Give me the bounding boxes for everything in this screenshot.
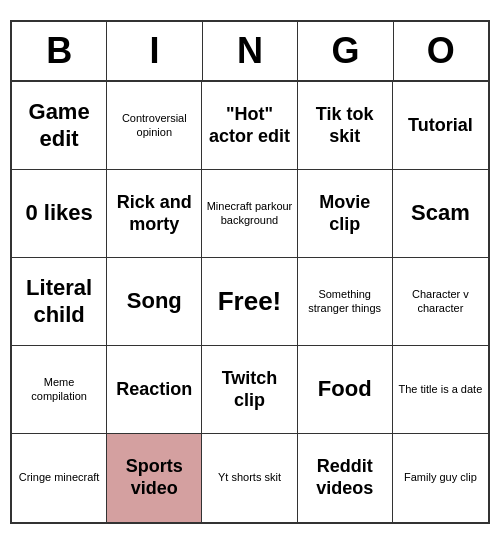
bingo-cell-22: Yt shorts skit: [202, 434, 297, 522]
cell-text-16: Reaction: [116, 379, 192, 401]
bingo-cell-20: Cringe minecraft: [12, 434, 107, 522]
bingo-cell-11: Song: [107, 258, 202, 346]
cell-text-21: Sports video: [111, 456, 197, 499]
header-letter-b: B: [12, 22, 107, 80]
cell-text-1: Controversial opinion: [111, 112, 197, 138]
cell-text-14: Character v character: [397, 288, 484, 314]
bingo-cell-23: Reddit videos: [298, 434, 393, 522]
header-letter-n: N: [203, 22, 298, 80]
cell-text-11: Song: [127, 288, 182, 314]
bingo-cell-7: Minecraft parkour background: [202, 170, 297, 258]
header-letter-i: I: [107, 22, 202, 80]
cell-text-22: Yt shorts skit: [218, 471, 281, 484]
cell-text-0: Game edit: [16, 99, 102, 152]
bingo-cell-9: Scam: [393, 170, 488, 258]
bingo-cell-3: Tik tok skit: [298, 82, 393, 170]
bingo-cell-12: Free!: [202, 258, 297, 346]
bingo-card: BINGO Game editControversial opinion"Hot…: [10, 20, 490, 524]
cell-text-19: The title is a date: [399, 383, 483, 396]
bingo-cell-17: Twitch clip: [202, 346, 297, 434]
cell-text-10: Literal child: [16, 275, 102, 328]
bingo-cell-24: Family guy clip: [393, 434, 488, 522]
cell-text-20: Cringe minecraft: [19, 471, 100, 484]
cell-text-4: Tutorial: [408, 115, 473, 137]
bingo-cell-8: Movie clip: [298, 170, 393, 258]
cell-text-23: Reddit videos: [302, 456, 388, 499]
cell-text-7: Minecraft parkour background: [206, 200, 292, 226]
bingo-cell-13: Something stranger things: [298, 258, 393, 346]
bingo-cell-5: 0 likes: [12, 170, 107, 258]
bingo-header: BINGO: [12, 22, 488, 82]
bingo-cell-19: The title is a date: [393, 346, 488, 434]
bingo-cell-10: Literal child: [12, 258, 107, 346]
header-letter-g: G: [298, 22, 393, 80]
bingo-grid: Game editControversial opinion"Hot" acto…: [12, 82, 488, 522]
cell-text-3: Tik tok skit: [302, 104, 388, 147]
cell-text-17: Twitch clip: [206, 368, 292, 411]
bingo-cell-1: Controversial opinion: [107, 82, 202, 170]
cell-text-8: Movie clip: [302, 192, 388, 235]
cell-text-5: 0 likes: [25, 200, 92, 226]
cell-text-13: Something stranger things: [302, 288, 388, 314]
bingo-cell-14: Character v character: [393, 258, 488, 346]
cell-text-12: Free!: [218, 286, 282, 317]
bingo-cell-0: Game edit: [12, 82, 107, 170]
cell-text-6: Rick and morty: [111, 192, 197, 235]
bingo-cell-4: Tutorial: [393, 82, 488, 170]
cell-text-9: Scam: [411, 200, 470, 226]
header-letter-o: O: [394, 22, 488, 80]
cell-text-18: Food: [318, 376, 372, 402]
cell-text-24: Family guy clip: [404, 471, 477, 484]
cell-text-2: "Hot" actor edit: [206, 104, 292, 147]
bingo-cell-15: Meme compilation: [12, 346, 107, 434]
bingo-cell-21: Sports video: [107, 434, 202, 522]
cell-text-15: Meme compilation: [16, 376, 102, 402]
bingo-cell-18: Food: [298, 346, 393, 434]
bingo-cell-2: "Hot" actor edit: [202, 82, 297, 170]
bingo-cell-6: Rick and morty: [107, 170, 202, 258]
bingo-cell-16: Reaction: [107, 346, 202, 434]
